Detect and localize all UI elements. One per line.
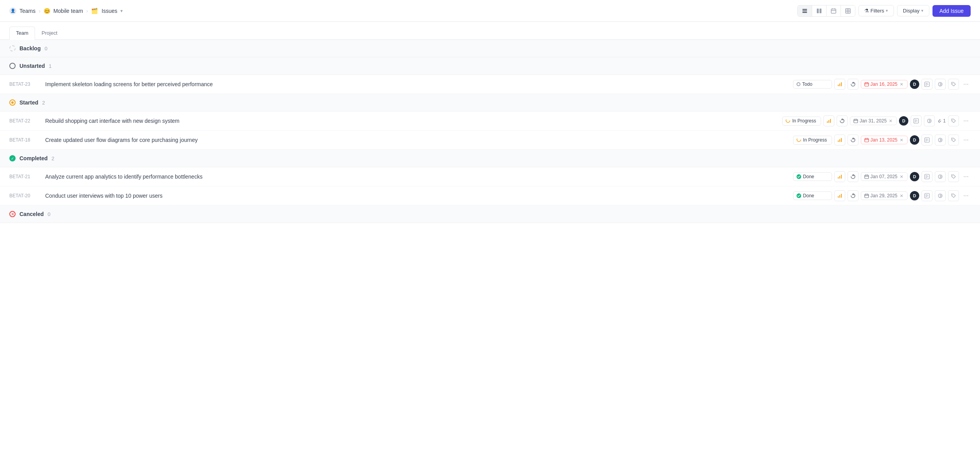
calendar-date-icon: [864, 174, 869, 179]
tag-icon: [951, 174, 956, 179]
remove-date-button[interactable]: ✕: [899, 174, 904, 179]
priority-button[interactable]: [834, 171, 845, 182]
more-options-button[interactable]: ···: [961, 172, 971, 181]
label-icon: [913, 118, 919, 124]
breadcrumb-mobile-team[interactable]: Mobile team: [53, 8, 83, 14]
more-options-button[interactable]: ···: [961, 116, 971, 126]
half-circle-button[interactable]: [935, 190, 946, 201]
label-button[interactable]: [922, 135, 932, 145]
tag-button[interactable]: [948, 190, 959, 201]
priority-button[interactable]: [834, 79, 845, 90]
label-icon: [924, 81, 930, 87]
section-header-completed[interactable]: ✓ Completed 2: [0, 150, 980, 167]
cycle-button[interactable]: [848, 190, 858, 201]
breadcrumb-teams[interactable]: Teams: [19, 8, 35, 14]
list-icon: [802, 8, 808, 14]
issue-title: Rebuild shopping cart interface with new…: [45, 118, 777, 124]
svg-rect-15: [827, 121, 828, 123]
section-completed: ✓ Completed 2 BETAT-21 Analyze current a…: [0, 150, 980, 205]
svg-point-22: [797, 138, 801, 142]
tag-button[interactable]: [948, 135, 959, 145]
cycle-button[interactable]: [837, 115, 848, 126]
contrast-icon: [927, 118, 932, 124]
calendar-view-btn[interactable]: [827, 5, 841, 16]
remove-date-button[interactable]: ✕: [899, 82, 904, 87]
contrast-icon: [938, 193, 943, 198]
table-row[interactable]: BETAT-21 Analyze current app analytics t…: [0, 167, 980, 186]
issue-meta: In Progress Jan 13, 2025 ✕ D: [793, 135, 971, 145]
tag-button[interactable]: [948, 79, 959, 90]
due-date[interactable]: Jan 13, 2025 ✕: [861, 136, 908, 144]
status-badge[interactable]: In Progress: [782, 117, 821, 126]
cycle-button[interactable]: [848, 79, 858, 90]
cycle-button[interactable]: [848, 171, 858, 182]
more-options-button[interactable]: ···: [961, 135, 971, 145]
due-date[interactable]: Jan 31, 2025 ✕: [850, 117, 897, 125]
list-view-btn[interactable]: [798, 5, 812, 16]
table-view-btn[interactable]: [841, 5, 855, 16]
table-row[interactable]: BETAT-20 Conduct user interviews with to…: [0, 186, 980, 205]
table-row[interactable]: BETAT-23 Implement skeleton loading scre…: [0, 75, 980, 94]
contrast-icon: [938, 137, 943, 143]
status-label: In Progress: [803, 137, 827, 143]
section-unstarted: Unstarted 1 BETAT-23 Implement skeleton …: [0, 57, 980, 94]
svg-rect-3: [817, 9, 819, 13]
breadcrumb: 👤 Teams › 😊 Mobile team › 🗂️ Issues ▾: [9, 7, 123, 14]
half-circle-button[interactable]: [924, 115, 935, 126]
remove-date-button[interactable]: ✕: [888, 119, 893, 124]
section-count-backlog: 0: [44, 46, 47, 51]
cycle-button[interactable]: [848, 135, 858, 145]
table-row[interactable]: BETAT-22 Rebuild shopping cart interface…: [0, 112, 980, 131]
label-button[interactable]: [911, 115, 922, 126]
tag-button[interactable]: [948, 115, 959, 126]
section-header-backlog[interactable]: Backlog 0: [0, 40, 980, 57]
status-label: Done: [803, 174, 814, 179]
display-button[interactable]: Display ▾: [897, 5, 929, 16]
svg-point-29: [952, 139, 953, 140]
remove-date-button[interactable]: ✕: [899, 193, 904, 198]
section-header-canceled[interactable]: ✕ Canceled 0: [0, 205, 980, 223]
status-badge[interactable]: Done: [793, 172, 832, 181]
board-view-btn[interactable]: [812, 5, 827, 16]
half-circle-button[interactable]: [935, 79, 946, 90]
mobile-team-emoji: 😊: [44, 8, 50, 14]
issues-dropdown-chevron[interactable]: ▾: [120, 8, 123, 14]
section-header-unstarted[interactable]: Unstarted 1: [0, 57, 980, 75]
tag-button[interactable]: [948, 171, 959, 182]
status-badge[interactable]: Todo: [793, 80, 832, 89]
priority-icon: [837, 81, 843, 87]
tab-team[interactable]: Team: [9, 27, 35, 40]
attachment-badge: 1: [937, 118, 946, 124]
filters-chevron: ▾: [886, 8, 888, 13]
section-header-started[interactable]: Started 2: [0, 94, 980, 112]
more-options-button[interactable]: ···: [961, 80, 971, 89]
avatar: D: [910, 191, 919, 200]
status-badge[interactable]: Done: [793, 191, 832, 200]
due-date[interactable]: Jan 29, 2025 ✕: [861, 191, 908, 200]
tab-project[interactable]: Project: [35, 27, 64, 39]
filters-button[interactable]: ⚗ Filters ▾: [858, 5, 894, 16]
half-circle-button[interactable]: [935, 171, 946, 182]
priority-button[interactable]: [834, 135, 845, 145]
due-date[interactable]: Jan 16, 2025 ✕: [861, 80, 908, 89]
priority-button[interactable]: [823, 115, 834, 126]
section-count-canceled: 0: [48, 211, 50, 217]
unstarted-status-icon: [9, 63, 16, 69]
cycle-icon: [839, 118, 845, 124]
label-button[interactable]: [922, 190, 932, 201]
half-circle-button[interactable]: [935, 135, 946, 145]
label-button[interactable]: [922, 79, 932, 90]
status-badge[interactable]: In Progress: [793, 136, 832, 145]
contrast-icon: [938, 174, 943, 179]
due-date[interactable]: Jan 07, 2025 ✕: [861, 172, 908, 181]
add-issue-button[interactable]: Add Issue: [932, 5, 971, 17]
priority-button[interactable]: [834, 190, 845, 201]
label-button[interactable]: [922, 171, 932, 182]
section-title-canceled: Canceled: [19, 211, 44, 217]
table-row[interactable]: BETAT-18 Create updated user flow diagra…: [0, 131, 980, 150]
breadcrumb-issues[interactable]: Issues: [102, 8, 117, 14]
completed-status-icon: ✓: [9, 155, 16, 161]
more-options-button[interactable]: ···: [961, 191, 971, 200]
remove-date-button[interactable]: ✕: [899, 138, 904, 143]
svg-rect-32: [839, 176, 840, 179]
